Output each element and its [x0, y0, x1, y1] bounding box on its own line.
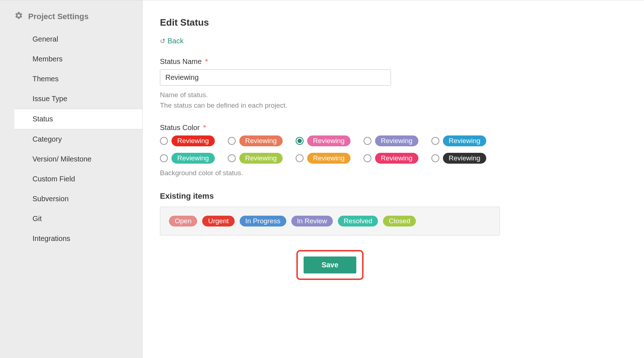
back-label: Back [167, 37, 183, 45]
sidebar-title: Project Settings [0, 11, 142, 29]
color-option[interactable]: Reviewing [431, 135, 493, 146]
existing-status-pill: In Progress [240, 216, 286, 227]
color-pill: Reviewing [239, 135, 283, 146]
save-button[interactable]: Save [304, 256, 357, 273]
color-pill: Reviewing [171, 135, 215, 146]
existing-items-box: OpenUrgentIn ProgressIn ReviewResolvedCl… [160, 207, 500, 236]
color-option[interactable]: Reviewing [160, 153, 221, 164]
sidebar-item-custom-field[interactable]: Custom Field [0, 169, 142, 189]
color-pill: Reviewing [307, 153, 351, 164]
color-option[interactable]: Reviewing [431, 153, 493, 164]
status-name-group: Status Name * Name of status. The status… [160, 57, 500, 111]
color-option[interactable]: Reviewing [296, 153, 357, 164]
sidebar-item-version-milestone[interactable]: Version/ Milestone [0, 149, 142, 169]
status-name-help-line2: The status can be defined in each projec… [160, 100, 500, 111]
sidebar-item-subversion[interactable]: Subversion [0, 189, 142, 209]
sidebar-item-status[interactable]: Status [14, 109, 142, 129]
color-radio[interactable] [296, 154, 304, 162]
color-pill: Reviewing [443, 153, 486, 164]
sidebar: Project Settings GeneralMembersThemesIss… [0, 0, 143, 358]
status-name-input[interactable] [160, 69, 391, 86]
required-asterisk: * [203, 124, 206, 131]
color-pill: Reviewing [375, 153, 418, 164]
sidebar-title-text: Project Settings [28, 12, 88, 21]
status-color-label-text: Status Color [160, 124, 200, 131]
color-option[interactable]: Reviewing [296, 135, 357, 146]
existing-items-title: Existing items [160, 191, 500, 201]
existing-status-pill: Resolved [338, 216, 378, 227]
color-radio[interactable] [228, 137, 236, 145]
save-button-highlight: Save [296, 250, 364, 280]
sidebar-item-themes[interactable]: Themes [0, 69, 142, 89]
status-name-label: Status Name * [160, 57, 500, 66]
page-title: Edit Status [160, 17, 500, 28]
sidebar-item-issue-type[interactable]: Issue Type [0, 89, 142, 109]
required-asterisk: * [205, 57, 208, 65]
color-radio[interactable] [160, 154, 168, 162]
existing-status-pill: Urgent [202, 216, 234, 227]
save-button-wrap: Save [160, 250, 500, 280]
existing-status-pill: In Review [291, 216, 333, 227]
color-option[interactable]: Reviewing [364, 135, 425, 146]
color-pill: Reviewing [375, 135, 418, 146]
existing-status-pill: Closed [383, 216, 416, 227]
sidebar-item-general[interactable]: General [0, 29, 142, 49]
existing-status-pill: Open [169, 216, 197, 227]
color-option[interactable]: Reviewing [228, 135, 289, 146]
status-name-label-text: Status Name [160, 57, 202, 65]
color-pill: Reviewing [171, 153, 215, 164]
status-color-group: Status Color * ReviewingReviewingReviewi… [160, 124, 500, 178]
color-radio[interactable] [364, 154, 371, 162]
sidebar-item-members[interactable]: Members [0, 49, 142, 69]
sidebar-item-integrations[interactable]: Integrations [0, 229, 142, 249]
color-radio[interactable] [364, 137, 371, 145]
status-color-help: Background color of status. [160, 168, 500, 178]
color-pill: Reviewing [443, 135, 486, 146]
undo-icon: ↺ [160, 37, 165, 45]
sidebar-item-git[interactable]: Git [0, 209, 142, 229]
color-radio[interactable] [296, 137, 304, 145]
color-radio[interactable] [431, 154, 439, 162]
color-radio[interactable] [160, 137, 168, 145]
back-link[interactable]: ↺ Back [160, 37, 183, 45]
main-content: Edit Status ↺ Back Status Name * Name of… [143, 0, 522, 358]
gear-icon [14, 11, 23, 22]
color-option[interactable]: Reviewing [364, 153, 425, 164]
sidebar-item-category[interactable]: Category [0, 129, 142, 149]
color-radio[interactable] [228, 154, 236, 162]
status-name-help: Name of status. The status can be define… [160, 90, 500, 111]
color-radio[interactable] [431, 137, 439, 145]
color-option[interactable]: Reviewing [228, 153, 289, 164]
status-name-help-line1: Name of status. [160, 90, 500, 100]
color-grid: ReviewingReviewingReviewingReviewingRevi… [160, 135, 500, 164]
status-color-label: Status Color * [160, 124, 500, 132]
color-pill: Reviewing [239, 153, 283, 164]
sidebar-nav: GeneralMembersThemesIssue TypeStatusCate… [0, 29, 142, 249]
color-pill: Reviewing [307, 135, 351, 146]
color-option[interactable]: Reviewing [160, 135, 221, 146]
